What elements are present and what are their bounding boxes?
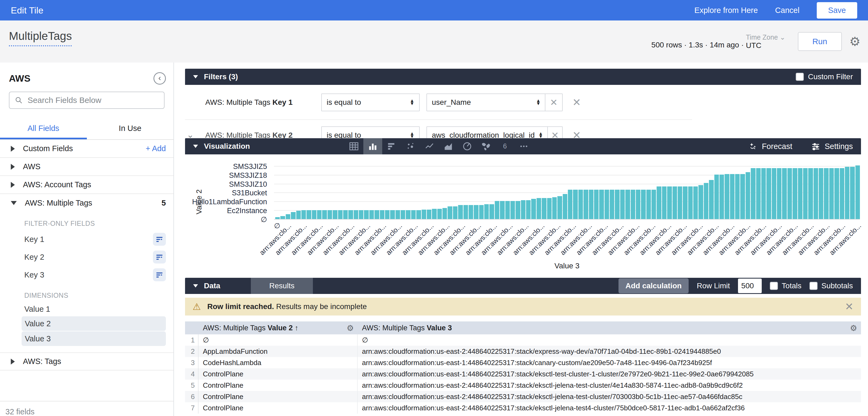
bar[interactable] xyxy=(521,200,525,219)
bar[interactable] xyxy=(631,190,635,219)
filters-section-header[interactable]: Filters (3) Custom Filter xyxy=(185,69,861,85)
field-key-2[interactable]: Key 2 xyxy=(0,248,166,266)
bar[interactable] xyxy=(442,208,447,219)
expand-arrow-icon[interactable] xyxy=(11,358,15,365)
bar[interactable] xyxy=(568,190,572,219)
bar[interactable] xyxy=(348,210,353,219)
bar[interactable] xyxy=(819,168,823,219)
bar[interactable] xyxy=(531,199,536,219)
single-value-icon[interactable]: 6 xyxy=(496,138,515,154)
bar[interactable] xyxy=(369,210,374,219)
bar[interactable] xyxy=(698,185,703,219)
bar[interactable] xyxy=(526,200,531,219)
bar[interactable] xyxy=(840,168,844,219)
column-header-value-2[interactable]: AWS: Multiple Tags Value 2 ↑ ⚙ xyxy=(198,321,358,334)
bar[interactable] xyxy=(447,206,452,219)
field-value-2-selected[interactable]: Value 2 xyxy=(22,316,166,331)
add-custom-field-button[interactable]: + Add xyxy=(146,144,166,153)
filter-icon[interactable] xyxy=(153,233,166,246)
explore-from-here-button[interactable]: Explore from Here xyxy=(694,6,758,15)
bar[interactable] xyxy=(808,168,813,219)
bar[interactable] xyxy=(286,214,290,219)
bar[interactable] xyxy=(474,205,478,219)
sidebar-section-aws[interactable]: AWS xyxy=(0,158,174,176)
timezone-group[interactable]: Time Zone ⌄ UTC xyxy=(746,33,785,50)
more-chart-types-icon[interactable] xyxy=(515,138,533,154)
dismiss-warning-icon[interactable]: ✕ xyxy=(845,301,854,313)
bar[interactable] xyxy=(291,212,296,219)
remove-filter-icon[interactable]: ✕ xyxy=(568,129,585,138)
bar[interactable] xyxy=(380,210,384,219)
bar[interactable] xyxy=(714,175,719,219)
search-input[interactable] xyxy=(28,96,159,105)
column-header-value-3[interactable]: AWS: Multiple Tags Value 3 ⚙ xyxy=(358,321,861,334)
bar[interactable] xyxy=(693,186,698,219)
custom-filter-checkbox[interactable] xyxy=(796,73,804,81)
cancel-button[interactable]: Cancel xyxy=(775,6,800,15)
sidebar-section-aws-account-tags[interactable]: AWS: Account Tags xyxy=(0,176,174,194)
results-tab[interactable]: Results xyxy=(251,278,313,294)
field-value-1[interactable]: Value 1 xyxy=(0,303,166,316)
cell-value-3[interactable]: arn:aws:cloudformation:us-east-2:4486402… xyxy=(358,404,861,412)
bar[interactable] xyxy=(422,210,426,219)
bar[interactable] xyxy=(359,210,363,219)
bar[interactable] xyxy=(772,168,776,219)
cell-value-2[interactable]: CodeHashLambda xyxy=(198,357,358,368)
bar[interactable] xyxy=(678,186,682,219)
bar[interactable] xyxy=(662,186,666,219)
map-chart-icon[interactable] xyxy=(476,138,496,154)
bar[interactable] xyxy=(589,190,593,219)
bar[interactable] xyxy=(704,183,708,219)
bar[interactable] xyxy=(437,209,442,219)
save-button[interactable]: Save xyxy=(817,2,857,19)
totals-checkbox[interactable] xyxy=(770,282,778,290)
bar[interactable] xyxy=(401,210,405,219)
bar[interactable] xyxy=(510,201,515,219)
bar[interactable] xyxy=(364,210,368,219)
gear-icon[interactable]: ⚙ xyxy=(849,35,861,48)
bar[interactable] xyxy=(798,168,802,219)
bar[interactable] xyxy=(777,168,781,219)
field-search-box[interactable] xyxy=(9,92,164,109)
bar[interactable] xyxy=(803,168,808,219)
cell-value-2[interactable]: ControlPlane xyxy=(198,402,358,414)
bar[interactable] xyxy=(453,206,458,219)
sidebar-section-aws-tags[interactable]: AWS: Tags xyxy=(0,352,174,371)
cell-value-2[interactable]: ControlPlane xyxy=(198,391,358,402)
bar[interactable] xyxy=(385,210,390,219)
bar[interactable] xyxy=(306,210,311,219)
expand-arrow-icon[interactable] xyxy=(11,164,15,170)
filter-icon[interactable] xyxy=(153,268,166,281)
filter-operator-select[interactable]: is equal to ▲▼ xyxy=(321,94,420,111)
bar[interactable] xyxy=(834,168,839,219)
bar[interactable] xyxy=(427,210,431,219)
bar[interactable] xyxy=(406,210,410,219)
query-title[interactable]: MultipleTags xyxy=(9,30,72,46)
bar[interactable] xyxy=(787,168,792,219)
bar[interactable] xyxy=(390,210,395,219)
bar[interactable] xyxy=(374,210,379,219)
totals-toggle[interactable]: Totals xyxy=(770,282,801,290)
row-limit-input[interactable] xyxy=(738,279,762,293)
sidebar-section-custom-fields[interactable]: Custom Fields + Add xyxy=(0,140,174,158)
bar[interactable] xyxy=(746,172,750,219)
bar[interactable] xyxy=(328,210,332,219)
bar[interactable] xyxy=(573,190,578,219)
bar[interactable] xyxy=(563,194,567,219)
add-calculation-button[interactable]: Add calculation xyxy=(619,278,689,293)
line-chart-icon[interactable] xyxy=(420,138,439,154)
bar-chart-icon[interactable] xyxy=(382,138,401,154)
filter-operator-select[interactable]: is equal to ▲▼ xyxy=(321,126,420,138)
custom-filter-toggle[interactable]: Custom Filter xyxy=(796,72,853,81)
bar[interactable] xyxy=(416,210,421,219)
bar[interactable] xyxy=(353,210,358,219)
field-value-3-selected[interactable]: Value 3 xyxy=(22,332,166,346)
cell-value-3[interactable]: arn:aws:cloudformation:us-east-2:4486402… xyxy=(358,347,861,356)
tab-in-use[interactable]: In Use xyxy=(87,119,174,139)
bar[interactable] xyxy=(824,168,828,219)
bar[interactable] xyxy=(625,190,630,219)
bar[interactable] xyxy=(516,201,520,219)
subtotals-checkbox[interactable] xyxy=(809,282,817,290)
bar[interactable] xyxy=(735,174,740,219)
bar[interactable] xyxy=(651,190,656,219)
